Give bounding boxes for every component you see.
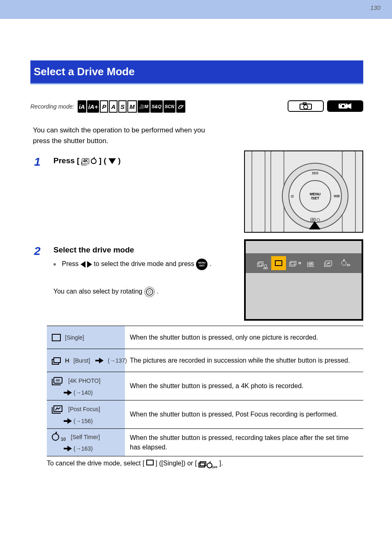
arrow-right-icon bbox=[67, 418, 72, 424]
svg-point-7 bbox=[342, 105, 344, 107]
step-2-number: 2 bbox=[34, 245, 41, 258]
drive-mode-selection-screen: OFF H 4K bbox=[244, 239, 363, 321]
drive-button-icon: 4K bbox=[82, 158, 97, 164]
mode-ia: iA bbox=[78, 100, 86, 113]
mode-sq: S&Q bbox=[150, 100, 163, 113]
menu-set-icon bbox=[196, 259, 208, 270]
row-desc: When the shutter button is pressed, Post… bbox=[125, 400, 363, 428]
drive-burst-cell: H bbox=[288, 256, 303, 270]
mode-ia-plus: iA+ bbox=[87, 100, 99, 113]
drive-timer-cell: 10 bbox=[339, 256, 353, 270]
row-desc: When the shutter button is pressed, only… bbox=[125, 326, 363, 349]
4k-photo-icon: 4K bbox=[52, 376, 64, 385]
drive-mode-table: [Single] When the shutter button is pres… bbox=[47, 326, 363, 456]
step-1-number: 1 bbox=[34, 155, 41, 169]
photo-icon bbox=[288, 100, 324, 112]
intro-text: You can switch the operation to be perfo… bbox=[33, 125, 210, 146]
cancel-note: To cancel the drive mode, select [ ] ([S… bbox=[47, 458, 363, 468]
mode-m: M bbox=[127, 100, 137, 113]
row-ref: (→156) bbox=[74, 418, 93, 424]
mode-a: A bbox=[109, 100, 118, 113]
row-name: [Post Focus] bbox=[68, 406, 121, 412]
single-inline-icon bbox=[146, 460, 154, 465]
mode-creative bbox=[176, 100, 185, 113]
control-dial-icon bbox=[144, 287, 155, 297]
svg-point-0 bbox=[180, 106, 180, 106]
step-2-text: Select the drive mode Press to select th… bbox=[53, 245, 216, 270]
single-icon bbox=[52, 334, 61, 341]
svg-point-2 bbox=[181, 106, 182, 107]
drive-off-inline-icon: OFF bbox=[198, 460, 217, 467]
drive-postfocus-cell bbox=[322, 256, 337, 270]
row-name: [Single] bbox=[65, 334, 84, 341]
svg-point-9 bbox=[345, 104, 346, 105]
control-dial-note: You can also select by rotating . bbox=[53, 287, 218, 297]
drive-single-cell bbox=[271, 256, 286, 270]
down-arrow-icon bbox=[108, 158, 116, 164]
mode-creative-video: 🎥M bbox=[138, 100, 150, 113]
arrow-right-icon bbox=[99, 358, 104, 363]
row-name: [4K PHOTO] bbox=[68, 377, 121, 384]
row-ref: (→137) bbox=[108, 357, 127, 364]
video-icon bbox=[327, 100, 363, 112]
mode-p: P bbox=[100, 100, 108, 113]
recording-mode-row: Recording mode: iA iA+ P A S M 🎥M S&Q SC… bbox=[30, 100, 185, 113]
row-desc: The pictures are recorded in succession … bbox=[125, 349, 363, 372]
step-1-text: Press [ 4K ] ( ) bbox=[53, 155, 208, 166]
self-timer-icon: 10 bbox=[52, 433, 67, 441]
arrow-right-icon bbox=[67, 446, 72, 451]
row-ref: (→163) bbox=[74, 445, 93, 452]
section-header: Select a Drive Mode bbox=[30, 60, 363, 84]
mode-s: S bbox=[118, 100, 127, 113]
drive-off-cell: OFF bbox=[254, 256, 269, 270]
post-focus-icon bbox=[52, 405, 64, 414]
table-row: 4K [4K PHOTO] (→140) When the shutter bu… bbox=[47, 372, 363, 400]
recording-mode-label: Recording mode: bbox=[30, 103, 74, 110]
svg-point-8 bbox=[340, 104, 341, 105]
drive-4k-cell: 4K bbox=[305, 256, 320, 270]
row-name: [Self Timer] bbox=[71, 434, 121, 440]
left-right-arrow-icon bbox=[81, 261, 92, 268]
mode-scn: SCN bbox=[164, 100, 175, 113]
table-row: [Single] When the shutter button is pres… bbox=[47, 326, 363, 349]
burst-icon: H bbox=[52, 356, 69, 365]
table-row: [Post Focus] (→156) When the shutter but… bbox=[47, 400, 363, 429]
table-row: 10 [Self Timer] (→163) When the shutter … bbox=[47, 429, 363, 456]
bullet-icon bbox=[53, 263, 56, 266]
arrow-right-icon bbox=[67, 390, 72, 396]
camera-dial-figure: ISO WB ⊡ 4K MENU/SET bbox=[244, 150, 363, 233]
row-ref: (→140) bbox=[74, 389, 93, 396]
row-name: [Burst] bbox=[74, 357, 90, 364]
svg-point-5 bbox=[304, 105, 308, 109]
row-desc: When the shutter button is pressed, reco… bbox=[125, 429, 363, 456]
table-row: H [Burst] (→137) The pictures are record… bbox=[47, 349, 363, 372]
section-title: Select a Drive Mode bbox=[34, 65, 135, 78]
page-number: 130 bbox=[370, 4, 380, 11]
arrow-up-icon bbox=[309, 221, 321, 229]
svg-point-1 bbox=[181, 105, 182, 106]
row-desc: When the shutter button is pressed, a 4K… bbox=[125, 372, 363, 400]
